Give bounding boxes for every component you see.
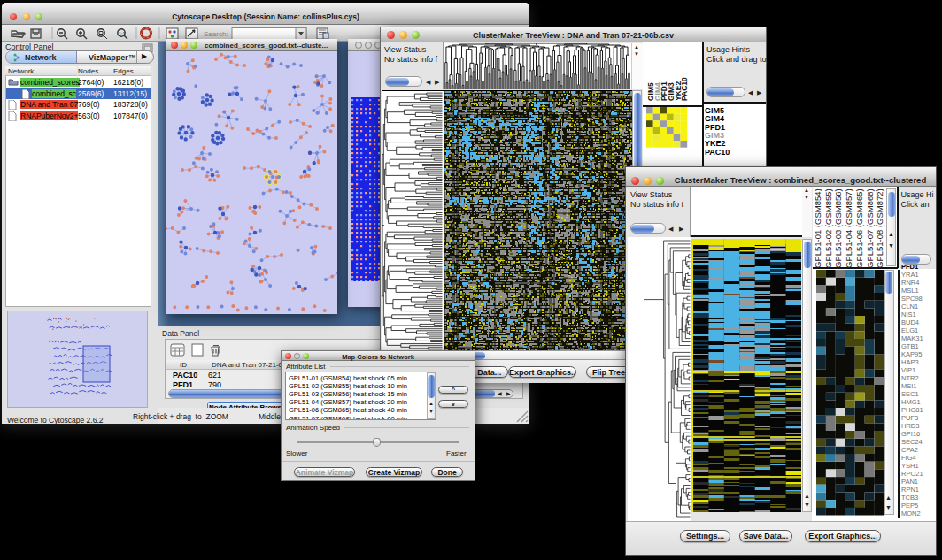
svg-text:GPL51-06 (GSM865): GPL51-06 (GSM865) (854, 188, 864, 268)
svg-text:1:1: 1:1 (119, 31, 126, 36)
svg-text:PAC10: PAC10 (680, 77, 689, 101)
svg-text:GPL51-01 (GSM854): GPL51-01 (GSM854) (813, 188, 822, 268)
svg-text:GPL51-03 (GSM856): GPL51-03 (GSM856) (833, 188, 843, 268)
svg-text:GPL51-04 (GSM857): GPL51-04 (GSM857) (844, 188, 853, 268)
svg-text:GPL51-07 (GSM868): GPL51-07 (GSM868) (865, 188, 875, 268)
svg-text:GPL51-02 (GSM855): GPL51-02 (GSM855) (823, 188, 833, 268)
svg-text:GPL51-08 (GSM872): GPL51-08 (GSM872) (875, 188, 884, 268)
svg-text:Search:: Search: (204, 30, 228, 38)
